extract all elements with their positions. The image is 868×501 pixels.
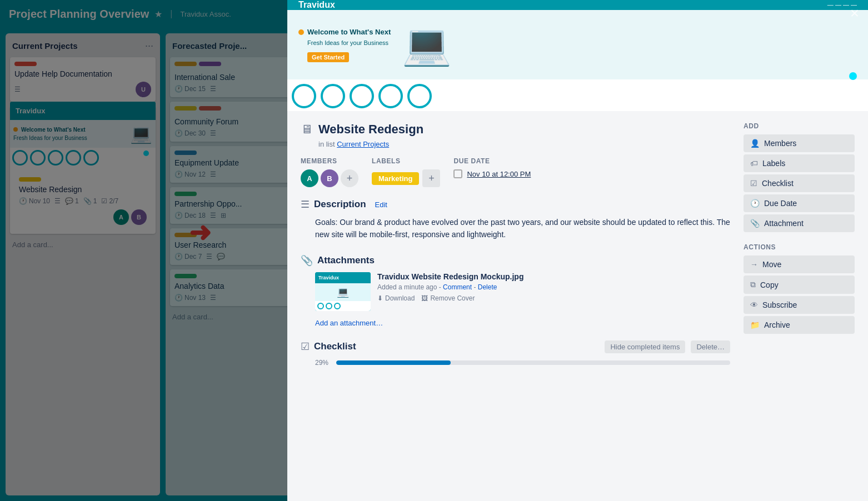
modal-company-name: Travidux (298, 0, 335, 10)
attachment-comment-link[interactable]: Comment (443, 283, 472, 291)
thumb-header: Travidux (315, 272, 371, 283)
members-field: Members A B + (301, 157, 358, 187)
checklist-title: Checklist (314, 341, 356, 352)
due-date-checkbox[interactable] (453, 169, 462, 178)
attachment-thumbnail: Travidux 💻 (315, 272, 371, 311)
modal-tagline-row: Welcome to What's Next (298, 28, 391, 36)
checklist-icon: ☑ (750, 179, 757, 188)
add-section: Add 👤 Members 🏷 Labels ☑ Checklist 🕐 Due… (744, 122, 855, 232)
paperclip-icon: 📎 (750, 219, 760, 228)
description-edit-link[interactable]: Edit (375, 201, 387, 209)
remove-cover-action[interactable]: 🖼 Remove Cover (421, 294, 475, 302)
modal-circle-5 (407, 84, 432, 108)
modal-circle-3 (350, 84, 374, 108)
modal-content: 🖥 Website Redesign in list Current Proje… (287, 111, 868, 501)
add-due-date-button[interactable]: 🕐 Due Date (744, 194, 855, 212)
tag-icon: 🏷 (750, 159, 758, 168)
attachment-name: Travidux Website Redesign Mockup.jpg (377, 272, 730, 281)
person-icon: 👤 (750, 139, 760, 148)
due-date-value[interactable]: Nov 10 at 12:00 PM (467, 170, 531, 178)
due-date-field: Due Date Nov 10 at 12:00 PM (453, 157, 531, 187)
description-section-header: ☰ Description Edit (301, 198, 730, 211)
archive-label: Archive (764, 320, 790, 329)
modal-card-title: Website Redesign (318, 122, 423, 137)
attachment-actions: ⬇ Download 🖼 Remove Cover (377, 294, 730, 302)
modal-in-list-link[interactable]: Current Projects (337, 140, 389, 148)
actions-section: Actions → Move ⧉ Copy 👁 Subscribe 📁 Arch… (744, 243, 855, 334)
progress-bar-fill (336, 360, 451, 365)
move-label: Move (762, 260, 781, 269)
progress-bar-bg (336, 360, 730, 365)
tagline-dot (298, 29, 304, 35)
copy-button[interactable]: ⧉ Copy (744, 275, 855, 294)
add-attachment-label: Attachment (764, 219, 804, 228)
checklist-header-row: ☑ Checklist Hide completed items Delete… (301, 340, 730, 353)
progress-percentage: 29% (315, 359, 332, 367)
add-section-title: Add (744, 122, 855, 130)
attachments-section-header: 📎 Attachments (301, 254, 730, 267)
add-labels-button[interactable]: 🏷 Labels (744, 154, 855, 172)
modal-img-text: Welcome to What's Next Fresh Ideas for y… (298, 28, 391, 62)
attachment-icon: 📎 (301, 254, 313, 267)
progress-row: 29% (315, 359, 730, 367)
checklist-header-left: ☑ Checklist (301, 340, 356, 353)
add-label-button[interactable]: + (422, 169, 440, 187)
actions-section-title: Actions (744, 243, 855, 251)
modal-circle-4 (378, 84, 403, 108)
thumb-circles (315, 301, 371, 311)
thumb-circle-3 (334, 303, 341, 309)
member-avatar-1: A (301, 169, 318, 187)
archive-button[interactable]: 📁 Archive (744, 316, 855, 334)
due-date-label: Due Date (453, 157, 531, 165)
label-badge[interactable]: Marketing (372, 172, 419, 185)
modal-card-title-row: 🖥 Website Redesign (301, 122, 730, 137)
monitor-icon: 🖥 (301, 122, 313, 137)
copy-label: Copy (760, 280, 779, 289)
description-title: Description (314, 199, 366, 210)
due-date-row: Nov 10 at 12:00 PM (453, 169, 531, 178)
member-avatars: A B + (301, 169, 358, 187)
modal-header-image: Travidux — — — — Welcome to What's Next … (287, 0, 868, 111)
card-detail-modal: Travidux — — — — Welcome to What's Next … (287, 0, 868, 501)
attachment-item: Travidux 💻 Travidux Website Redesign Moc… (315, 272, 730, 311)
modal-close-button[interactable]: × (850, 6, 859, 21)
modal-circle-2 (321, 84, 345, 108)
add-members-button[interactable]: 👤 Members (744, 134, 855, 152)
modal-cta-btn: Get Started (307, 52, 391, 62)
modal-img-circles (287, 79, 868, 111)
modal-laptop-icon: 💻 (402, 21, 452, 68)
add-attachment-link[interactable]: Add an attachment… (315, 319, 383, 327)
add-labels-label: Labels (762, 159, 785, 168)
description-icon: ☰ (301, 198, 310, 211)
delete-checklist-button[interactable]: Delete… (691, 340, 730, 353)
modal-tagline2: Fresh Ideas for your Business (307, 39, 391, 46)
download-action[interactable]: ⬇ Download (377, 294, 415, 302)
modal-in-list: in list Current Projects (318, 140, 730, 148)
modal-img-top: Travidux — — — — (287, 0, 868, 10)
members-label: Members (301, 157, 358, 165)
modal-sidebar: Add 👤 Members 🏷 Labels ☑ Checklist 🕐 Due… (744, 122, 855, 490)
modal-nav-dot (849, 72, 857, 80)
checklist-actions: Hide completed items Delete… (605, 340, 730, 353)
move-button[interactable]: → Move (744, 255, 855, 273)
add-members-label: Members (764, 139, 796, 148)
attachment-info: Travidux Website Redesign Mockup.jpg Add… (377, 272, 730, 311)
description-text: Goals: Our brand & product have evolved … (315, 216, 730, 241)
modal-tagline1: Welcome to What's Next (307, 28, 391, 36)
labels-row: Marketing + (372, 169, 440, 187)
modal-img-inner: Travidux — — — — Welcome to What's Next … (287, 0, 868, 111)
checklist-icon: ☑ (301, 340, 310, 353)
add-checklist-label: Checklist (762, 179, 794, 188)
cover-icon: 🖼 (421, 294, 428, 302)
download-icon: ⬇ (377, 294, 383, 302)
add-member-button[interactable]: + (341, 169, 358, 187)
archive-icon: 📁 (750, 320, 760, 329)
hide-completed-button[interactable]: Hide completed items (605, 340, 685, 353)
add-attachment-button[interactable]: 📎 Attachment (744, 214, 855, 232)
modal-circle-1 (292, 84, 316, 108)
calendar-icon: 🕐 (750, 199, 760, 208)
attachment-delete-link[interactable]: Delete (478, 283, 497, 291)
add-checklist-button[interactable]: ☑ Checklist (744, 174, 855, 192)
subscribe-button[interactable]: 👁 Subscribe (744, 296, 855, 314)
move-icon: → (750, 260, 758, 269)
